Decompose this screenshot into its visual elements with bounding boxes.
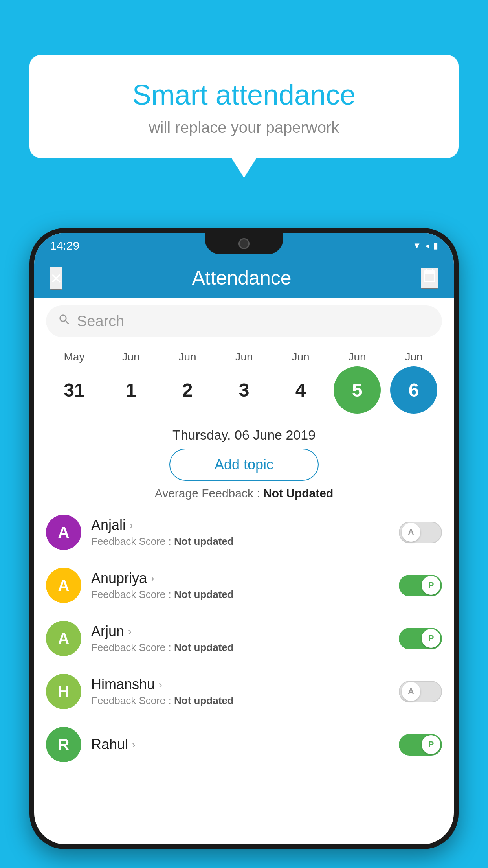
student-name-rahul: Rahul ›	[91, 736, 399, 753]
toggle-thumb-anupriya: P	[422, 576, 440, 595]
month-2: Jun	[162, 351, 213, 363]
battery-icon: ▮	[433, 241, 438, 251]
date-display: Thursday, 06 June 2019	[34, 427, 454, 443]
student-score-anjali: Feedback Score : Not updated	[91, 535, 399, 548]
search-bar[interactable]: Search	[46, 305, 442, 337]
phone-notch	[205, 233, 283, 254]
phone-frame: 14:29 ▼ ◂ ▮ × Attendance S	[29, 228, 459, 849]
student-info-himanshu: Himanshu › Feedback Score : Not updated	[91, 676, 399, 707]
student-score-himanshu: Feedback Score : Not updated	[91, 695, 399, 707]
month-0: May	[49, 351, 100, 363]
add-topic-button[interactable]: Add topic	[169, 449, 319, 481]
student-name-arjun: Arjun ›	[91, 623, 399, 640]
toggle-anupriya[interactable]: P	[399, 575, 442, 596]
avatar-rahul: R	[46, 727, 81, 762]
month-4: Jun	[275, 351, 326, 363]
months-row: May Jun Jun Jun Jun Jun Jun	[42, 351, 446, 363]
day-5-today[interactable]: 5	[334, 366, 381, 414]
calendar-strip: May Jun Jun Jun Jun Jun Jun 31 1 2 3 4 5…	[34, 345, 454, 423]
chevron-icon: ›	[159, 679, 162, 691]
chevron-icon: ›	[151, 572, 154, 585]
toggle-thumb-arjun: P	[422, 629, 440, 648]
toggle-thumb-himanshu: A	[402, 682, 420, 701]
student-score-arjun: Feedback Score : Not updated	[91, 642, 399, 654]
day-4[interactable]: 4	[277, 366, 324, 414]
speech-bubble: Smart attendance will replace your paper…	[29, 55, 459, 158]
student-name-anupriya: Anupriya ›	[91, 570, 399, 587]
search-placeholder: Search	[77, 313, 124, 330]
day-3[interactable]: 3	[220, 366, 268, 414]
student-name-anjali: Anjali ›	[91, 517, 399, 533]
avg-feedback-label: Average Feedback :	[155, 487, 263, 500]
student-item-rahul[interactable]: R Rahul › P	[46, 718, 442, 771]
avatar-anjali: A	[46, 515, 81, 550]
month-1: Jun	[105, 351, 156, 363]
camera	[238, 238, 250, 249]
avatar-himanshu: H	[46, 674, 81, 709]
search-icon	[58, 313, 71, 330]
month-5: Jun	[332, 351, 383, 363]
student-item-anupriya[interactable]: A Anupriya › Feedback Score : Not update…	[46, 559, 442, 612]
day-6-selected[interactable]: 6	[390, 366, 437, 414]
signal-icon: ◂	[425, 241, 429, 251]
bubble-title: Smart attendance	[45, 79, 443, 111]
student-info-rahul: Rahul ›	[91, 736, 399, 753]
wifi-icon: ▼	[413, 241, 421, 251]
student-info-anjali: Anjali › Feedback Score : Not updated	[91, 517, 399, 548]
day-1[interactable]: 1	[107, 366, 154, 414]
day-2[interactable]: 2	[164, 366, 211, 414]
avatar-arjun: A	[46, 621, 81, 656]
close-button[interactable]: ×	[50, 267, 62, 290]
student-item-arjun[interactable]: A Arjun › Feedback Score : Not updated P	[46, 612, 442, 665]
student-info-anupriya: Anupriya › Feedback Score : Not updated	[91, 570, 399, 601]
month-3: Jun	[218, 351, 270, 363]
calendar-button[interactable]	[421, 268, 438, 289]
student-info-arjun: Arjun › Feedback Score : Not updated	[91, 623, 399, 654]
toggle-rahul[interactable]: P	[399, 734, 442, 756]
toggle-thumb-rahul: P	[422, 735, 440, 754]
toggle-anjali[interactable]: A	[399, 522, 442, 543]
toggle-arjun[interactable]: P	[399, 628, 442, 649]
chevron-icon: ›	[130, 519, 133, 531]
toggle-thumb-anjali: A	[402, 523, 420, 542]
avg-feedback-value: Not Updated	[263, 487, 333, 500]
student-name-himanshu: Himanshu ›	[91, 676, 399, 693]
student-item-anjali[interactable]: A Anjali › Feedback Score : Not updated …	[46, 506, 442, 559]
avatar-anupriya: A	[46, 568, 81, 603]
app-bar: × Attendance	[34, 258, 454, 298]
avg-feedback: Average Feedback : Not Updated	[34, 487, 454, 500]
bubble-subtitle: will replace your paperwork	[45, 119, 443, 136]
month-6: Jun	[388, 351, 439, 363]
days-row: 31 1 2 3 4 5 6	[42, 363, 446, 419]
app-bar-title: Attendance	[192, 267, 292, 289]
chevron-icon: ›	[128, 625, 132, 638]
student-list: A Anjali › Feedback Score : Not updated …	[34, 506, 454, 771]
student-item-himanshu[interactable]: H Himanshu › Feedback Score : Not update…	[46, 665, 442, 718]
chevron-icon: ›	[132, 739, 136, 751]
phone-screen: 14:29 ▼ ◂ ▮ × Attendance S	[34, 233, 454, 844]
toggle-himanshu[interactable]: A	[399, 681, 442, 702]
day-31[interactable]: 31	[51, 366, 98, 414]
student-score-anupriya: Feedback Score : Not updated	[91, 588, 399, 601]
status-icons: ▼ ◂ ▮	[413, 241, 438, 251]
status-time: 14:29	[50, 239, 79, 252]
